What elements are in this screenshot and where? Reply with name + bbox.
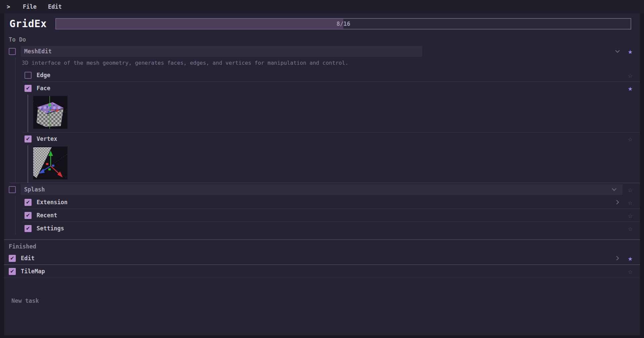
- chevron-right-icon[interactable]: [612, 253, 623, 263]
- vertex-checkbox[interactable]: ✔: [24, 135, 32, 143]
- vertex-label: Vertex: [37, 135, 57, 142]
- subtask-vertex: ✔ Vertex ☆: [15, 132, 640, 183]
- new-task-input[interactable]: New task: [11, 297, 640, 304]
- subtask-row: ✔ Extension ☆: [15, 196, 640, 209]
- check-icon: ✔: [26, 85, 30, 91]
- settings-label: Settings: [37, 225, 64, 232]
- subtask-row: Edge ☆: [15, 69, 640, 81]
- face-label: Face: [37, 85, 50, 92]
- check-icon: ✔: [10, 255, 14, 261]
- edit-checkbox[interactable]: ✔: [9, 255, 16, 262]
- extension-checkbox[interactable]: ✔: [24, 199, 32, 206]
- progress-bar: 8/16: [55, 18, 631, 30]
- subtask-recent: ✔ Recent ☆: [15, 209, 640, 222]
- edge-label: Edge: [37, 72, 50, 78]
- menu-file[interactable]: File: [19, 2, 41, 11]
- face-checkbox[interactable]: ✔: [24, 85, 32, 92]
- subtask-row: ✔ Settings ☆: [15, 222, 640, 235]
- check-icon: ✔: [26, 199, 30, 205]
- splash-checkbox[interactable]: [9, 186, 16, 193]
- check-icon: ✔: [26, 212, 30, 218]
- tilemap-label: TileMap: [21, 268, 45, 275]
- recent-star-icon[interactable]: ☆: [625, 210, 635, 220]
- splash-star-icon[interactable]: ☆: [625, 184, 635, 194]
- subtask-face: ✔ Face ★: [15, 82, 640, 132]
- section-finished-label: Finished: [9, 243, 640, 250]
- task-tilemap: ✔ TileMap ☆: [4, 265, 640, 278]
- splash-title-input[interactable]: Splash: [21, 184, 623, 195]
- task-row: Splash ☆: [4, 183, 640, 196]
- chevron-right-icon[interactable]: [612, 197, 623, 207]
- task-row: ✔ Edit ★: [4, 252, 640, 265]
- edit-label: Edit: [21, 255, 35, 262]
- meshedit-title: MeshEdit: [24, 48, 52, 55]
- subtask-extension: ✔ Extension ☆: [15, 196, 640, 209]
- check-icon: ✔: [26, 225, 30, 231]
- settings-checkbox[interactable]: ✔: [24, 225, 32, 232]
- menu-bar: > File Edit: [0, 0, 644, 13]
- subtask-row: ✔ Recent ☆: [15, 209, 640, 222]
- subtask-edge: Edge ☆: [15, 69, 640, 81]
- app-title: GridEx: [9, 18, 47, 30]
- face-thumbnail[interactable]: [33, 96, 67, 129]
- splash-children: ✔ Extension ☆ ✔ Recent ☆: [15, 196, 640, 235]
- subtask-row: ✔ Face ★: [15, 82, 640, 95]
- face-attachments: [28, 95, 640, 132]
- settings-star-icon[interactable]: ☆: [625, 223, 635, 233]
- progress-label: 8/16: [56, 19, 631, 29]
- task-edit: ✔ Edit ★: [4, 252, 640, 265]
- task-row: ✔ TileMap ☆: [4, 265, 640, 278]
- menu-edit[interactable]: Edit: [44, 2, 66, 11]
- edge-checkbox[interactable]: [24, 72, 32, 79]
- recent-checkbox[interactable]: ✔: [24, 212, 32, 219]
- app-header: GridEx 8/16: [4, 13, 640, 33]
- meshedit-children: 3D interface of the mesh geometry, gener…: [15, 58, 640, 183]
- splash-title: Splash: [24, 186, 45, 193]
- menu-expand-icon[interactable]: >: [7, 3, 15, 10]
- task-row: MeshEdit ★: [4, 45, 640, 58]
- section-separator: [4, 239, 640, 240]
- extension-star-icon[interactable]: ☆: [625, 197, 635, 207]
- face-star-icon[interactable]: ★: [625, 83, 635, 93]
- check-icon: ✔: [10, 268, 14, 274]
- chevron-down-icon[interactable]: [609, 184, 619, 194]
- extension-label: Extension: [37, 199, 67, 206]
- vertex-attachments: [28, 145, 640, 183]
- recent-label: Recent: [37, 212, 57, 219]
- edit-star-icon[interactable]: ★: [625, 253, 635, 263]
- task-splash: Splash ☆ ✔ Extension ☆: [4, 183, 640, 235]
- vertex-star-icon[interactable]: ☆: [625, 134, 635, 144]
- subtask-row: ✔ Vertex ☆: [15, 132, 640, 145]
- app-window: GridEx 8/16 To Do MeshEdit ★ 3D interfac…: [4, 13, 640, 335]
- subtask-settings: ✔ Settings ☆: [15, 222, 640, 235]
- meshedit-checkbox[interactable]: [9, 48, 16, 55]
- vertex-thumbnail[interactable]: [33, 147, 67, 179]
- meshedit-title-input[interactable]: MeshEdit: [21, 46, 422, 57]
- check-icon: ✔: [26, 135, 30, 142]
- tilemap-checkbox[interactable]: ✔: [9, 268, 16, 275]
- meshedit-description: 3D interface of the mesh geometry, gener…: [15, 58, 640, 69]
- meshedit-star-icon[interactable]: ★: [625, 46, 635, 56]
- chevron-down-icon[interactable]: [612, 46, 623, 56]
- edge-star-icon[interactable]: ☆: [625, 70, 635, 80]
- tilemap-star-icon[interactable]: ☆: [625, 266, 635, 276]
- task-separator: [4, 278, 640, 278]
- task-meshedit: MeshEdit ★ 3D interface of the mesh geom…: [4, 45, 640, 183]
- section-todo-label: To Do: [9, 36, 640, 43]
